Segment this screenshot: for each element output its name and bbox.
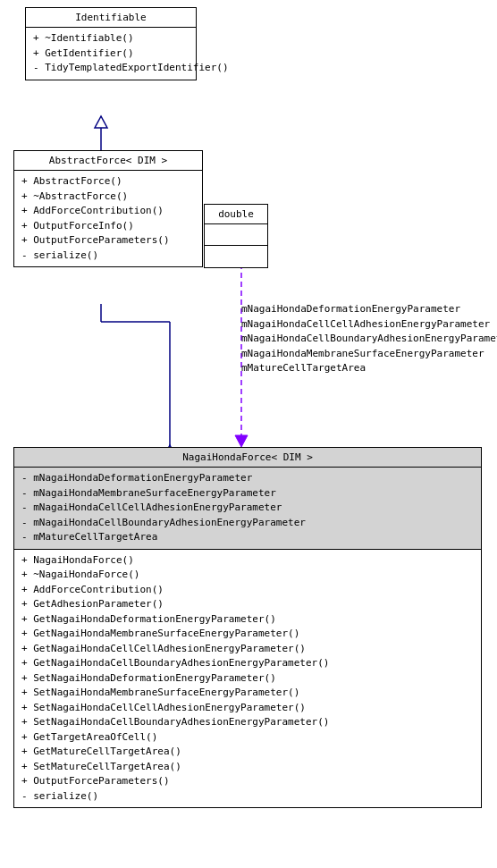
nhf-method-10: + SetNagaiHondaMembraneSurfaceEnergyPara… <box>21 686 474 701</box>
double-box: double <box>204 204 268 268</box>
abstract-force-box: AbstractForce< DIM > + AbstractForce() +… <box>13 150 203 267</box>
af-method-4: + OutputForceInfo() <box>21 219 195 234</box>
identifiable-title: Identifiable <box>75 12 146 23</box>
double-label-4: mNagaiHondaMembraneSurfaceEnergyParamete… <box>241 347 497 362</box>
identifiable-method-2: + GetIdentifier() <box>33 46 189 62</box>
nhf-member-4: - mNagaiHondaCellBoundaryAdhesionEnergyP… <box>21 516 474 531</box>
double-labels: mNagaiHondaDeformationEnergyParameter mN… <box>241 302 497 376</box>
nhf-method-1: + NagaiHondaForce() <box>21 553 474 569</box>
identifiable-method-1: + ~Identifiable() <box>33 31 189 46</box>
double-label-3: mNagaiHondaCellBoundaryAdhesionEnergyPar… <box>241 332 497 347</box>
nhf-method-14: + GetMatureCellTargetArea() <box>21 745 474 760</box>
af-method-2: + ~AbstractForce() <box>21 190 195 205</box>
nhf-method-7: + GetNagaiHondaCellCellAdhesionEnergyPar… <box>21 642 474 657</box>
af-method-5: + OutputForceParameters() <box>21 233 195 249</box>
af-method-3: + AddForceContribution() <box>21 204 195 219</box>
nhf-member-2: - mNagaiHondaMembraneSurfaceEnergyParame… <box>21 486 474 501</box>
nagai-honda-methods: + NagaiHondaForce() + ~NagaiHondaForce()… <box>14 550 481 808</box>
svg-marker-8 <box>235 435 248 447</box>
nhf-member-5: - mMatureCellTargetArea <box>21 530 474 545</box>
nhf-method-3: + AddForceContribution() <box>21 583 474 598</box>
nhf-method-4: + GetAdhesionParameter() <box>21 597 474 612</box>
nhf-method-2: + ~NagaiHondaForce() <box>21 568 474 583</box>
nhf-method-16: + OutputForceParameters() <box>21 774 474 789</box>
nhf-method-13: + GetTargetAreaOfCell() <box>21 730 474 746</box>
nhf-method-9: + SetNagaiHondaDeformationEnergyParamete… <box>21 671 474 687</box>
double-header: double <box>205 205 267 224</box>
double-label-2: mNagaiHondaCellCellAdhesionEnergyParamet… <box>241 317 497 333</box>
abstract-force-header: AbstractForce< DIM > <box>14 151 202 171</box>
identifiable-box: Identifiable + ~Identifiable() + GetIden… <box>25 7 197 80</box>
nhf-method-12: + SetNagaiHondaCellBoundaryAdhesionEnerg… <box>21 715 474 730</box>
identifiable-method-3: - TidyTemplatedExportIdentifier() <box>33 61 189 76</box>
identifiable-methods: + ~Identifiable() + GetIdentifier() - Ti… <box>26 28 196 80</box>
abstract-force-title: AbstractForce< DIM > <box>49 155 167 166</box>
diagram-container: Identifiable + ~Identifiable() + GetIden… <box>0 0 497 868</box>
double-section-2 <box>205 246 267 267</box>
nhf-method-11: + SetNagaiHondaCellCellAdhesionEnergyPar… <box>21 701 474 716</box>
nhf-member-1: - mNagaiHondaDeformationEnergyParameter <box>21 471 474 486</box>
nhf-method-15: + SetMatureCellTargetArea() <box>21 760 474 775</box>
nhf-method-5: + GetNagaiHondaDeformationEnergyParamete… <box>21 612 474 628</box>
nhf-method-17: - serialize() <box>21 789 474 805</box>
nagai-honda-members: - mNagaiHondaDeformationEnergyParameter … <box>14 468 481 550</box>
double-section-1 <box>205 224 267 246</box>
nhf-method-6: + GetNagaiHondaMembraneSurfaceEnergyPara… <box>21 627 474 642</box>
double-label-5: mMatureCellTargetArea <box>241 361 497 376</box>
nhf-member-3: - mNagaiHondaCellCellAdhesionEnergyParam… <box>21 501 474 516</box>
nagai-honda-header: NagaiHondaForce< DIM > <box>14 448 481 468</box>
nagai-honda-title: NagaiHondaForce< DIM > <box>182 451 313 463</box>
nagai-honda-force-box: NagaiHondaForce< DIM > - mNagaiHondaDefo… <box>13 447 482 808</box>
double-label-1: mNagaiHondaDeformationEnergyParameter <box>241 302 497 317</box>
af-method-1: + AbstractForce() <box>21 174 195 190</box>
identifiable-header: Identifiable <box>26 8 196 28</box>
nhf-method-8: + GetNagaiHondaCellBoundaryAdhesionEnerg… <box>21 656 474 671</box>
svg-marker-1 <box>95 116 107 128</box>
af-method-6: - serialize() <box>21 249 195 264</box>
abstract-force-methods: + AbstractForce() + ~AbstractForce() + A… <box>14 171 202 266</box>
double-title: double <box>218 208 254 220</box>
